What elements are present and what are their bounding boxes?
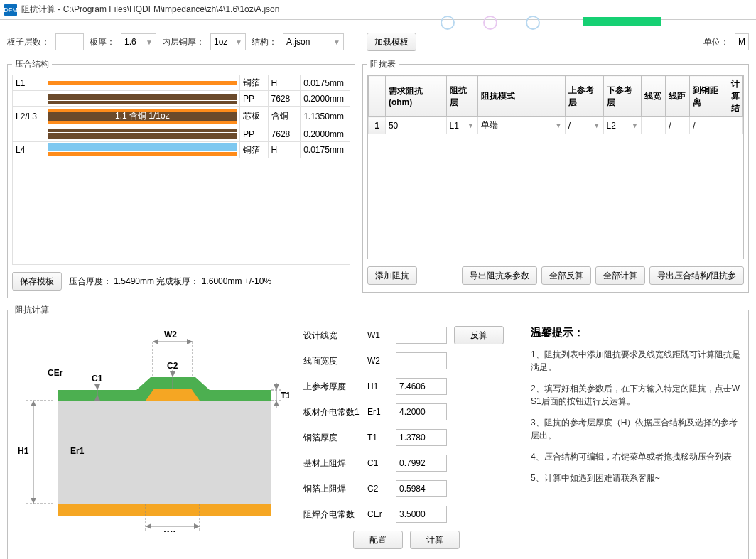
svg-text:W1: W1 — [164, 530, 177, 532]
svg-text:W2: W2 — [164, 330, 177, 340]
load-template-button[interactable]: 加载模板 — [367, 33, 416, 51]
impedance-fieldset: 阻抗表 需求阻抗(ohm) 阻抗层 阻抗模式 上参考层 下参考层 线宽 线距 到 — [362, 58, 749, 293]
table-row: 1 50 L1▼ 单端▼ /▼ L2▼ / / — [369, 117, 743, 134]
stackup-table[interactable]: L1 铜箔 H 0.0175mm PP 7628 0.2000mm — [12, 75, 350, 158]
impedance-diagram: H1 Er1 — [12, 326, 289, 532]
t1-input[interactable] — [396, 429, 447, 446]
svg-text:C2: C2 — [167, 361, 178, 371]
w1-input[interactable] — [396, 327, 447, 344]
tip-item: 3、阻抗的参考层厚度（H）依据压合结构及选择的参考层出。 — [531, 416, 744, 442]
window-title: 阻抗计算 - C:\Program Files\HQDFM\impedance\… — [21, 4, 279, 16]
svg-text:C1: C1 — [92, 374, 103, 384]
chevron-down-icon[interactable]: ▼ — [631, 121, 638, 129]
svg-rect-6 — [58, 401, 271, 504]
table-row: L4 铜箔 H 0.0175mm — [13, 142, 350, 158]
chevron-down-icon[interactable]: ▼ — [555, 121, 562, 129]
tip-item: 2、填写好相关参数后，在下方输入特定的阻抗，点击W S1后面的按钮进行反运算。 — [531, 382, 744, 408]
top-controls: 板子层数： 板厚： 1.6▼ 内层铜厚： 1oz▼ 结构： A.json▼ 加载… — [7, 33, 749, 51]
svg-marker-26 — [274, 401, 279, 406]
table-row: PP 7628 0.2000mm — [13, 91, 350, 107]
svg-marker-18 — [94, 384, 100, 390]
impedance-table[interactable]: 需求阻抗(ohm) 阻抗层 阻抗模式 上参考层 下参考层 线宽 线距 到铜距离 … — [368, 75, 743, 134]
svg-marker-30 — [146, 523, 151, 529]
tips-title: 温馨提示： — [531, 326, 744, 340]
calc-all-button[interactable]: 全部计算 — [595, 266, 645, 285]
decor-bar — [0, 20, 756, 26]
save-template-button[interactable]: 保存模板 — [12, 272, 62, 291]
tip-item: 4、压合结构可编辑，右键菜单或者拖拽移动压合列表 — [531, 450, 744, 463]
svg-text:H1: H1 — [18, 446, 29, 456]
svg-text:Er1: Er1 — [70, 446, 85, 456]
table-row: L2/L3 1.1 含铜 1/1oz 芯板 含铜 1.1350mm — [13, 107, 350, 126]
chevron-down-icon: ▼ — [235, 38, 242, 46]
svg-marker-10 — [153, 339, 158, 344]
params-area: 设计线宽 W1 反算 线面宽度 W2 上参考厚度 H1 板材介电常数1 — [303, 326, 509, 549]
structure-label: 结构： — [252, 36, 277, 48]
c1-input[interactable] — [396, 455, 447, 472]
table-row: L1 铜箔 H 0.0175mm — [13, 75, 350, 91]
chevron-down-icon[interactable]: ▼ — [468, 121, 475, 129]
unit-label: 单位： — [703, 36, 729, 48]
thickness-label: 板厚： — [90, 36, 115, 48]
w2-input[interactable] — [396, 352, 447, 369]
svg-text:CEr: CEr — [48, 368, 63, 378]
table-row: PP 7628 0.2000mm — [13, 126, 350, 142]
stackup-legend: 压合结构 — [12, 58, 52, 70]
unit-select[interactable]: M — [735, 33, 749, 50]
layers-input[interactable] — [55, 33, 84, 50]
chevron-down-icon[interactable]: ▼ — [593, 121, 600, 129]
inner-copper-select[interactable]: 1oz▼ — [210, 33, 246, 50]
invert-button[interactable]: 反算 — [454, 326, 504, 344]
svg-marker-11 — [187, 339, 193, 344]
stackup-footer-text: 压合厚度： 1.5490mm 完成板厚： 1.6000mm +/-10% — [69, 276, 271, 288]
tip-item: 1、阻抗列表中添加阻抗要求及线宽线距既可计算阻抗是满足。 — [531, 348, 744, 374]
er1-input[interactable] — [396, 403, 447, 420]
stackup-fieldset: 压合结构 L1 铜箔 H 0.0175mm PP 7628 0.200 — [7, 58, 355, 298]
calc-legend: 阻抗计算 — [12, 304, 52, 316]
app-icon: DFM — [4, 4, 17, 16]
inner-copper-label: 内层铜厚： — [162, 36, 205, 48]
svg-marker-25 — [274, 384, 279, 390]
h1-input[interactable] — [396, 378, 447, 395]
tip-item: 5、计算中如遇到困难请联系客服~ — [531, 472, 744, 484]
svg-text:T1: T1 — [281, 391, 289, 401]
cer-input[interactable] — [396, 506, 447, 523]
config-button[interactable]: 配置 — [353, 531, 403, 549]
export-stackup-button[interactable]: 导出压合结构/阻抗参 — [649, 266, 744, 285]
impedance-legend: 阻抗表 — [367, 58, 399, 70]
thickness-select[interactable]: 1.6▼ — [121, 33, 156, 50]
structure-select[interactable]: A.json▼ — [283, 33, 344, 50]
chevron-down-icon: ▼ — [146, 38, 153, 46]
svg-marker-22 — [170, 371, 176, 377]
svg-marker-31 — [194, 523, 200, 529]
calc-button[interactable]: 计算 — [410, 531, 460, 549]
layers-label: 板子层数： — [7, 36, 50, 48]
invert-all-button[interactable]: 全部反算 — [541, 266, 591, 285]
chevron-down-icon: ▼ — [333, 38, 340, 46]
svg-rect-8 — [58, 504, 271, 516]
export-impedance-params-button[interactable]: 导出阻抗条参数 — [462, 266, 537, 285]
svg-marker-1 — [31, 401, 36, 406]
tips-area: 温馨提示： 1、阻抗列表中添加阻抗要求及线宽线距既可计算阻抗是满足。 2、填写好… — [524, 326, 744, 549]
c2-input[interactable] — [396, 480, 447, 497]
svg-marker-2 — [31, 498, 36, 504]
add-impedance-button[interactable]: 添加阻抗 — [367, 266, 417, 285]
calc-fieldset: 阻抗计算 H1 Er1 — [7, 304, 749, 559]
